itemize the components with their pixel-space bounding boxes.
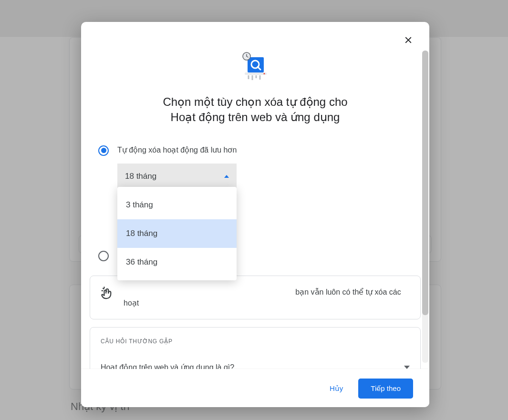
dialog-title-line2: Hoạt động trên web và ứng dụng <box>163 110 347 125</box>
dialog-title-line1: Chọn một tùy chọn xóa tự động cho <box>163 94 347 110</box>
auto-delete-dialog: Chọn một tùy chọn xóa tự động cho Hoạt đ… <box>81 22 429 407</box>
radio-selected-icon <box>98 145 109 156</box>
duration-dropdown: 3 tháng 18 tháng 36 tháng <box>117 187 237 280</box>
svg-rect-0 <box>248 57 264 72</box>
close-button[interactable] <box>399 31 418 50</box>
shredder-search-icon <box>238 51 272 85</box>
faq-item-1-label: Hoạt động trên web và ứng dụng là gì? <box>101 363 234 369</box>
option-auto-delete[interactable]: Tự động xóa hoạt động đã lưu hơn <box>98 144 412 156</box>
duration-select-value: 18 tháng <box>125 172 156 181</box>
next-button[interactable]: Tiếp theo <box>358 379 413 399</box>
faq-card: CÂU HỎI THƯỜNG GẶP Hoạt động trên web và… <box>90 327 421 369</box>
option-auto-delete-label: Tự động xóa hoạt động đã lưu hơn <box>117 144 237 154</box>
dialog-footer: Hủy Tiếp theo <box>81 369 429 407</box>
svg-point-7 <box>264 73 265 74</box>
snap-finger-icon <box>101 287 115 301</box>
info-card: placeholder hidden behind dropdown aaaaa… <box>90 276 421 319</box>
dialog-hero: Chọn một tùy chọn xóa tự động cho Hoạt đ… <box>81 51 429 140</box>
faq-heading: CÂU HỎI THƯỜNG GẶP <box>101 338 410 345</box>
duration-select[interactable]: 18 tháng <box>117 164 237 190</box>
cancel-button[interactable]: Hủy <box>321 379 352 398</box>
close-icon <box>403 35 414 45</box>
dialog-title: Chọn một tùy chọn xóa tự động cho Hoạt đ… <box>163 94 347 125</box>
caret-up-icon <box>224 175 229 178</box>
dropdown-item-36-months[interactable]: 36 tháng <box>117 248 237 277</box>
faq-item-1[interactable]: Hoạt động trên web và ứng dụng là gì? <box>101 363 410 369</box>
dropdown-item-18-months[interactable]: 18 tháng <box>117 219 237 248</box>
radio-unselected-icon <box>98 251 109 261</box>
svg-rect-6 <box>245 72 267 75</box>
dropdown-item-3-months[interactable]: 3 tháng <box>117 191 237 219</box>
chevron-down-icon <box>404 366 410 369</box>
dialog-content: Chọn một tùy chọn xóa tự động cho Hoạt đ… <box>81 22 429 369</box>
info-text: placeholder hidden behind dropdown aaaaa… <box>124 287 410 308</box>
options-group: Tự động xóa hoạt động đã lưu hơn 18 thán… <box>81 140 429 261</box>
